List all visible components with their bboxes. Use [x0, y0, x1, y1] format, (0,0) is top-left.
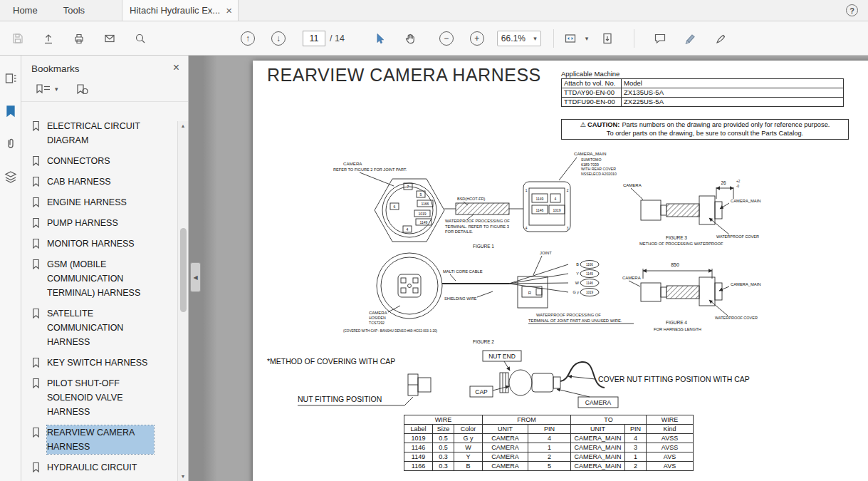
figure2-caption: FIGURE 2 — [473, 339, 494, 344]
bookmarks-scrollbar[interactable]: ▲ ▼ — [177, 121, 188, 481]
next-page-button[interactable]: ↓ — [268, 28, 289, 49]
tab-document-label: Hitachi Hydraulic Ex... — [130, 5, 220, 16]
cell: TO — [571, 415, 647, 425]
highlight-button[interactable] — [680, 28, 701, 49]
close-tab-icon[interactable]: × — [226, 5, 232, 16]
thumbnails-panel-button[interactable] — [2, 70, 19, 87]
bookmark-item-selected[interactable]: REARVIEW CAMERA HARNESS — [31, 425, 188, 454]
wire-number-label: 1146 — [586, 281, 593, 285]
bookmark-label: MONITOR HARNESS — [47, 237, 135, 251]
share-button[interactable] — [38, 28, 59, 49]
cell: 2 — [528, 452, 571, 462]
bookmark-label: KEY SWITCH HARNESS — [47, 356, 147, 370]
bookmark-item[interactable]: KEY SWITCH HARNESS — [31, 356, 188, 370]
fig4-camera-label: CAMERA — [622, 276, 641, 280]
tab-document[interactable]: Hitachi Hydraulic Ex... × — [122, 0, 239, 21]
bookmark-item[interactable]: CONNECTORS — [31, 154, 188, 168]
chevron-down-icon[interactable]: ▾ — [585, 35, 589, 42]
bookmark-item[interactable]: SATELLITE COMMUNICATION HARNESS — [31, 306, 188, 349]
fig1-camera-main-label: CAMERA_MAIN — [574, 151, 606, 156]
select-tool-button[interactable] — [369, 28, 390, 49]
cell: AVS — [647, 452, 694, 462]
diagram-shapes — [298, 157, 733, 408]
scrollbar-thumb[interactable] — [180, 228, 187, 312]
table-row: 1149 0.3 Y CAMERA 2 CAMERA_MAIN 1 AVS — [404, 452, 694, 462]
page-count-label: / 14 — [330, 33, 345, 43]
pin-label: 1166 — [422, 202, 429, 206]
wire-color-label: W — [575, 281, 580, 285]
fig4-harness-length — [629, 269, 729, 316]
bookmark-item[interactable]: PILOT SHUT-OFF SOLENOID VALVE HARNESS — [31, 376, 188, 419]
bookmark-options-button[interactable]: ▾ — [36, 83, 58, 95]
sign-pen-icon — [715, 32, 728, 45]
zoom-level-dropdown[interactable]: 66.1% ▾ — [497, 31, 541, 46]
tab-home[interactable]: Home — [0, 0, 51, 21]
navigation-rail — [0, 56, 21, 481]
bookmarks-panel-button[interactable] — [2, 103, 19, 120]
cell: TTDFU90-EN-00 — [562, 98, 622, 107]
save-icon — [11, 32, 24, 45]
email-icon — [103, 32, 116, 45]
caution-box: ⚠CAUTION:Parts numbers on the drawing ar… — [561, 119, 849, 140]
cell: 0.5 — [433, 443, 454, 452]
attachments-panel-button[interactable] — [2, 135, 19, 152]
scroll-up-icon[interactable]: ▲ — [178, 123, 188, 128]
bookmark-item[interactable]: HYDRAULIC CIRCUIT — [31, 460, 188, 475]
cell: Label — [404, 425, 433, 434]
bookmark-item[interactable]: ENGINE HARNESS — [31, 195, 188, 210]
cell: 4 — [625, 434, 647, 443]
sign-button[interactable] — [711, 28, 732, 49]
print-button[interactable] — [68, 28, 90, 49]
wiring-diagram: CAMERA REFER TO FIGURE 2 FOR JOINT PART.… — [263, 146, 840, 415]
comment-button[interactable] — [649, 28, 671, 49]
pin-label: 5 — [420, 192, 422, 197]
close-panel-icon[interactable]: × — [173, 62, 179, 73]
tab-tools[interactable]: Tools — [51, 0, 98, 21]
bookmark-item[interactable]: PUMP HARNESS — [31, 216, 188, 230]
bookmark-icon — [31, 155, 41, 167]
page-number-input[interactable] — [303, 31, 325, 46]
cell: CAMERA_MAIN — [571, 462, 625, 471]
page-fit-button[interactable] — [560, 28, 582, 49]
cell-label: 1149 — [536, 197, 544, 201]
document-canvas[interactable]: ◀ REARVIEW CAMERA HARNESS Applicable Mac… — [189, 56, 868, 481]
bookmark-item[interactable]: GSM (MOBILE COMMUNICATION TERMINAL) HARN… — [31, 257, 188, 300]
applicable-machine-table: Applicable Machine Attach to vol. No. Mo… — [561, 71, 844, 107]
help-icon[interactable]: ? — [846, 4, 858, 16]
fig3-tolerance-minus: -0 — [736, 185, 739, 188]
fig4-note-label: FOR HARNESS LENGTH — [654, 327, 701, 331]
cap-label: CAP — [475, 388, 488, 395]
hand-tool-button[interactable] — [399, 28, 421, 49]
save-button[interactable] — [7, 28, 28, 49]
layers-panel-button[interactable] — [2, 168, 19, 185]
zoom-out-button[interactable]: − — [436, 28, 457, 49]
bookmark-item[interactable]: ELECTRICAL CIRCUIT DIAGRAM — [31, 119, 188, 148]
table-group-row: WIRE FROM TO WIRE — [404, 415, 694, 425]
corner-pin-label: 2 — [567, 189, 569, 192]
fig2-waterproof-line2: TERMINAL OF JOINT PART AND UNUSED WIRE. — [528, 319, 622, 323]
cell: 0.5 — [433, 434, 454, 443]
email-button[interactable] — [99, 28, 120, 49]
cell: Model — [622, 79, 844, 88]
fig1-maker-line2: 6189-7039 — [581, 162, 599, 167]
cell: Attach to vol. No. — [562, 79, 622, 88]
bookmark-item[interactable]: CAB HARNESS — [31, 175, 188, 189]
caution-label: CAUTION: — [587, 121, 619, 128]
scroll-mode-button[interactable] — [597, 28, 618, 49]
search-button[interactable] — [130, 28, 151, 49]
zoom-in-icon: + — [470, 31, 484, 46]
fig2-maker-line1: HOSIDEN — [369, 316, 386, 320]
bookmark-label: GSM (MOBILE COMMUNICATION TERMINAL) HARN… — [47, 257, 154, 300]
cell: ZX135US-5A — [622, 88, 844, 98]
cell: CAMERA_MAIN — [571, 452, 625, 462]
bookmark-item[interactable]: MONITOR HARNESS — [31, 237, 188, 251]
go-to-current-bookmark-button[interactable] — [75, 83, 88, 95]
cell: Color — [454, 425, 483, 434]
previous-page-button[interactable]: ↑ — [237, 28, 258, 49]
scroll-down-icon[interactable]: ▼ — [178, 474, 188, 479]
zoom-in-button[interactable]: + — [466, 28, 488, 49]
collapse-panel-button[interactable]: ◀ — [190, 262, 201, 292]
fig2-round-connector — [377, 253, 442, 319]
cell-label: 1146 — [536, 208, 544, 212]
figure4-caption: FIGURE 4 — [666, 320, 687, 325]
